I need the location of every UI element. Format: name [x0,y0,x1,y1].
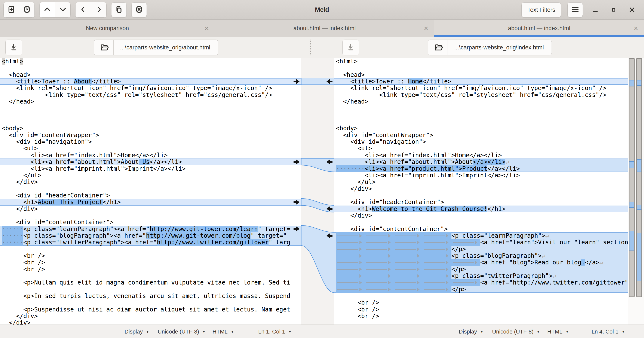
space-marker: ········ [336,165,365,172]
header-bar: Meld Text Filters [0,0,644,20]
menu-icon [571,5,580,14]
syntax-menu-left[interactable]: HTML▼ [212,325,234,338]
push-right-arrow[interactable] [294,200,300,204]
push-right-arrow[interactable] [294,79,300,84]
code-line: <a href="learn">Visit our "learn" sectio… [334,239,628,246]
maximize-icon [612,8,615,12]
go-right-button[interactable] [91,2,106,17]
encoding-menu-left[interactable]: Unicode (UTF-8)▼ [158,325,206,338]
chevron-down-icon: ▼ [566,330,569,334]
code-pane-right[interactable]: <html> <head> <title>Tower :: Home</titl… [334,58,628,324]
new-comparison-button[interactable] [4,2,19,17]
save-right-button[interactable] [342,40,359,56]
code-line: <br /> [334,306,628,313]
code-line: </ul> [0,172,301,179]
code-line [334,293,628,299]
code-line: <div id="headerContainer"> [334,199,628,205]
code-line: </div> [0,313,301,320]
status-bar: Display▼ Unicode (UTF-8)▼ HTML▼ Ln 1, Co… [0,324,644,338]
code-line: <br /> [0,259,301,266]
tab-marker-icon [422,246,452,252]
code-line: <p>In sed turpis luctus, venenatis arcu … [0,293,301,299]
encoding-menu-right[interactable]: Unicode (UTF-8)▼ [492,325,540,338]
go-right-icon [95,5,103,14]
code-line: <li><a href="index.html">Home</a></li> [334,152,628,158]
code-pane-left[interactable]: <html> <head> <title>Tower :: About</tit… [0,58,301,324]
code-line: <div id="navigation"> [0,138,301,145]
tab-marker-icon [336,286,365,293]
tab-marker-icon [452,279,480,286]
code-line [0,299,301,306]
code-line: <p class="learnParagraph">↵ [334,232,628,239]
code-line: <li><a href="imprint.html">Imprint</a></… [334,172,628,179]
code-line [0,64,301,71]
code-line: ······<p class="twitterParagraph"><a hre… [0,239,301,246]
syntax-menu-right[interactable]: HTML▼ [547,325,569,338]
tab-marker-icon [422,252,452,259]
tab-marker-icon [365,266,394,272]
diff-map-mark [637,205,642,210]
diff-map-mark [630,80,634,86]
code-line: <title>Tower :: Home</title> [334,78,628,85]
close-tab-icon[interactable]: ✕ [634,25,638,32]
maximize-button[interactable] [608,4,620,16]
code-line [334,112,628,118]
push-left-arrow[interactable] [326,206,332,211]
file-path-left: ...\carparts-website_orig\about.html [114,40,217,55]
recent-comparison-button[interactable] [19,2,34,17]
text-filters-button[interactable]: Text Filters [522,2,561,17]
cursor-position-right[interactable]: Ln 4, Col 1▼ [592,325,625,338]
file-chooser-left-button[interactable]: ...\carparts-website_orig\about.html [94,40,218,56]
menu-button[interactable] [568,2,583,17]
copy-button[interactable] [111,2,127,17]
close-tab-icon[interactable]: ✕ [204,25,209,32]
code-line: <p class="twitterParagraph">↵ [334,272,628,279]
close-button[interactable] [626,4,638,16]
minimize-button[interactable] [589,4,601,16]
cursor-position-left[interactable]: Ln 1, Col 1▼ [258,325,292,338]
display-menu-right[interactable]: Display▼ [459,325,484,338]
code-line: <body> [334,125,628,132]
push-left-arrow[interactable] [326,160,332,164]
push-left-arrow[interactable] [326,79,332,84]
newline-marker-icon: ↵ [552,272,556,279]
code-line [334,105,628,112]
push-change-group [75,2,106,18]
diff-map-mark [630,161,634,168]
tab-marker-icon [394,266,422,272]
code-line: <p>Nullam quis elit id magna condimentum… [0,279,301,286]
tab-new-comparison[interactable]: New comparison ✕ [0,20,215,37]
diff-map-right[interactable] [636,58,642,297]
diff-map-mark [637,80,642,86]
tab-marker-icon [394,259,422,266]
push-right-arrow[interactable] [294,226,300,231]
tab-comparison-1[interactable]: about.html — index.html ✕ [215,20,434,37]
code-line: <ul> [0,145,301,152]
code-line [334,320,628,324]
code-line: ······<p class="blogParagraph"><a href="… [0,232,301,239]
minimize-icon [593,11,598,12]
save-left-button[interactable] [5,40,22,56]
file-chooser-right-button[interactable]: ...\carparts-website_orig\index.html [428,40,552,56]
tab-label: about.html — index.html [508,25,570,32]
close-icon [629,7,635,12]
diff-map-left[interactable] [629,58,634,297]
tab-comparison-2-active[interactable]: about.html — index.html ✕ [434,20,644,37]
display-menu-left[interactable]: Display▼ [124,325,149,338]
code-line: </p> [334,246,628,252]
push-right-arrow[interactable] [294,160,300,164]
code-line: <p class="blogParagraph">↵ [334,252,628,259]
tab-marker-icon [336,266,365,272]
next-change-button[interactable] [55,2,70,17]
close-tab-icon[interactable]: ✕ [424,25,428,32]
previous-change-button[interactable] [40,2,55,17]
tab-marker-icon [336,272,365,279]
push-left-arrow[interactable] [326,234,332,238]
go-left-button[interactable] [76,2,91,17]
tab-marker-icon [365,272,394,279]
newline-marker-icon: ↵ [545,232,549,239]
tab-marker-icon [365,239,394,246]
chevron-down-icon: ▼ [480,330,484,334]
tab-marker-icon [422,266,452,272]
stop-button[interactable] [131,2,147,17]
